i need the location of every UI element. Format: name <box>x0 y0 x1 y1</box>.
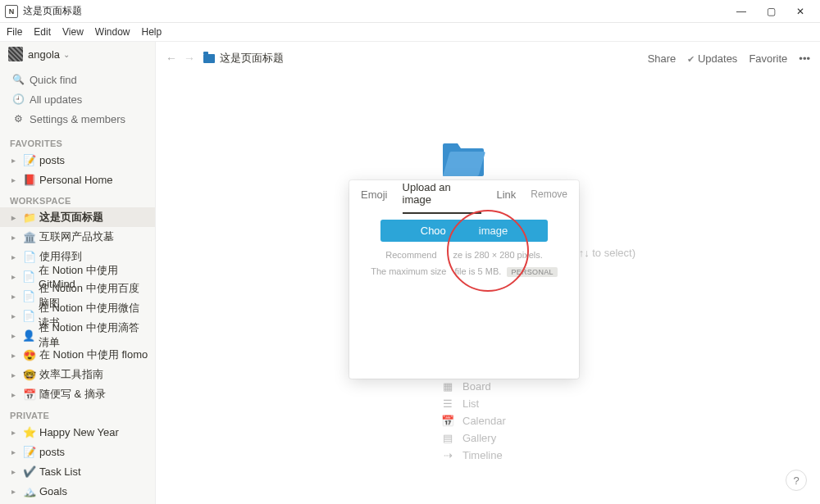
menu-view[interactable]: View <box>62 26 84 38</box>
page-label: posts <box>39 446 65 458</box>
toggle-icon[interactable]: ▸ <box>11 233 21 242</box>
tab-emoji[interactable]: Emoji <box>361 182 388 207</box>
toggle-icon[interactable]: ▸ <box>11 428 21 437</box>
calendar-icon: 📅 <box>441 415 454 427</box>
personal-plan-badge: PERSONAL <box>507 267 557 277</box>
timeline-icon: ⇢ <box>441 449 454 461</box>
menu-window[interactable]: Window <box>95 26 130 38</box>
breadcrumb[interactable]: 这是页面标题 <box>203 51 284 66</box>
view-gallery[interactable]: ▤Gallery <box>441 432 506 444</box>
folder-icon <box>203 54 215 63</box>
toggle-icon[interactable]: ▸ <box>11 311 20 320</box>
view-calendar[interactable]: 📅Calendar <box>441 415 506 427</box>
titlebar: N 这是页面标题 — ▢ ✕ <box>0 0 820 23</box>
minimize-button[interactable]: — <box>727 2 756 20</box>
page-item[interactable]: ▸📁这是页面标题 <box>0 207 155 227</box>
toggle-icon[interactable]: ▸ <box>11 390 21 399</box>
toggle-icon[interactable]: ▸ <box>11 156 21 165</box>
workspace-switcher[interactable]: angola ⌄ <box>0 42 155 66</box>
main: ← → 这是页面标题 Share ✔ Updates Favorite ••• <box>156 42 820 504</box>
tab-link[interactable]: Link <box>496 182 516 207</box>
page-label: Goals <box>39 485 67 497</box>
view-list[interactable]: ☰List <box>441 397 506 410</box>
list-icon: ☰ <box>441 397 454 410</box>
share-button[interactable]: Share <box>648 52 676 65</box>
menu-file[interactable]: File <box>7 26 22 38</box>
toggle-icon[interactable]: ▸ <box>11 272 20 281</box>
all-updates[interactable]: 🕘 All updates <box>0 89 155 109</box>
page-label: Happy New Year <box>39 426 119 438</box>
page-emoji: ⭐ <box>23 426 36 438</box>
page-emoji: 🤓 <box>23 369 36 381</box>
close-button[interactable]: ✕ <box>786 2 815 20</box>
menu-help[interactable]: Help <box>142 26 162 38</box>
nav-forward[interactable]: → <box>184 52 195 65</box>
max-size-hint: The maximum sizefile is 5 MB. PERSONAL <box>361 266 567 277</box>
toggle-icon[interactable]: ▸ <box>11 467 21 476</box>
toggle-icon[interactable]: ▸ <box>11 213 21 222</box>
remove-icon-button[interactable]: Remove <box>531 188 567 200</box>
page-item[interactable]: ▸📕Personal Home <box>0 501 155 504</box>
nav-back[interactable]: ← <box>166 52 177 65</box>
page-emoji: 🏔️ <box>23 485 36 497</box>
page-item[interactable]: ▸🤓效率工具指南 <box>0 365 155 384</box>
favorite-button[interactable]: Favorite <box>749 52 787 65</box>
page-emoji: 👤 <box>22 329 35 342</box>
content: pty page, or pick a template (↑↓ to sele… <box>156 75 820 504</box>
board-icon: ▦ <box>441 380 454 393</box>
toggle-icon[interactable]: ▸ <box>11 351 21 360</box>
toggle-icon[interactable]: ▸ <box>11 370 21 379</box>
menu-edit[interactable]: Edit <box>34 26 51 38</box>
app-icon: N <box>5 5 18 18</box>
page-emoji: 📝 <box>23 154 36 166</box>
toggle-icon[interactable]: ▸ <box>11 331 20 340</box>
page-emoji: 😍 <box>23 349 36 361</box>
page-item[interactable]: ▸🏛️互联网产品坟墓 <box>0 227 155 247</box>
page-emoji: 📄 <box>23 251 36 263</box>
toggle-icon[interactable]: ▸ <box>11 252 21 261</box>
help-button[interactable]: ? <box>786 470 807 491</box>
chevron-down-icon: ⌄ <box>63 50 70 59</box>
page-emoji: 📝 <box>23 446 36 458</box>
page-label: 互联网产品坟墓 <box>39 229 114 244</box>
gallery-icon: ▤ <box>441 432 454 444</box>
page-label: Personal Home <box>39 174 113 186</box>
page-item[interactable]: ▸📅随便写 & 摘录 <box>0 384 155 404</box>
page-item[interactable]: ▸✔️Task List <box>0 461 155 481</box>
settings[interactable]: ⚙ Settings & members <box>0 109 155 129</box>
recommended-size-hint: Recommendze is 280 × 280 pixels. <box>361 250 567 260</box>
page-item[interactable]: ▸📝posts <box>0 442 155 461</box>
page-label: Task List <box>39 465 81 478</box>
updates-button[interactable]: ✔ Updates <box>687 52 737 65</box>
toggle-icon[interactable]: ▸ <box>11 292 20 301</box>
page-item[interactable]: ▸📕Personal Home <box>0 170 155 189</box>
quick-find[interactable]: 🔍 Quick find <box>0 70 155 89</box>
page-emoji: 📕 <box>23 174 36 186</box>
toggle-icon[interactable]: ▸ <box>11 487 21 496</box>
page-item[interactable]: ▸👤在 Notion 中使用滴答清单 <box>0 325 155 345</box>
view-timeline[interactable]: ⇢Timeline <box>441 449 506 461</box>
choose-image-button[interactable]: Chooimage <box>380 220 548 242</box>
more-button[interactable]: ••• <box>799 52 810 65</box>
page-emoji: ✔️ <box>23 465 36 478</box>
page-item[interactable]: ▸📝posts <box>0 150 155 170</box>
workspace-avatar <box>8 47 23 61</box>
section-workspace: Workspace <box>0 189 155 207</box>
toggle-icon[interactable]: ▸ <box>11 447 21 456</box>
toggle-icon[interactable]: ▸ <box>11 175 21 184</box>
page-label: 随便写 & 摘录 <box>39 387 106 402</box>
topbar: ← → 这是页面标题 Share ✔ Updates Favorite ••• <box>156 42 820 75</box>
page-item[interactable]: ▸🏔️Goals <box>0 481 155 501</box>
template-view-list: ▦Board ☰List 📅Calendar ▤Gallery ⇢Timelin… <box>441 380 506 461</box>
search-icon: 🔍 <box>11 74 25 85</box>
page-label: posts <box>39 154 65 166</box>
page-item[interactable]: ▸😍在 Notion 中使用 flomo <box>0 345 155 365</box>
page-item[interactable]: ▸⭐Happy New Year <box>0 422 155 442</box>
page-emoji: 📄 <box>22 290 35 302</box>
page-label: 效率工具指南 <box>39 367 103 382</box>
workspace-name: angola <box>28 48 60 61</box>
view-board[interactable]: ▦Board <box>441 380 506 393</box>
maximize-button[interactable]: ▢ <box>756 2 786 20</box>
sidebar: angola ⌄ 🔍 Quick find 🕘 All updates ⚙ Se… <box>0 42 156 504</box>
page-emoji: 📅 <box>23 388 36 401</box>
